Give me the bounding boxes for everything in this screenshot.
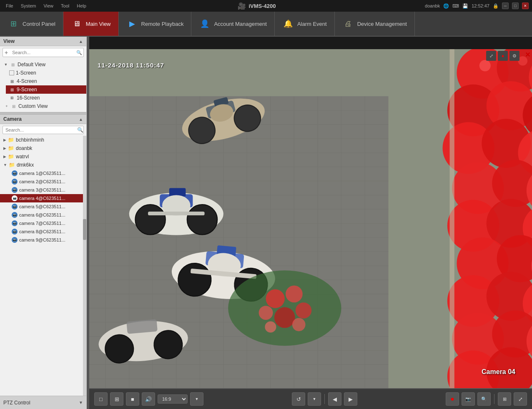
svg-point-67 <box>265 321 276 332</box>
tree-item-9screen[interactable]: ⊞ 9-Screen <box>6 85 86 94</box>
folder-doanbk-icon: 📁 <box>8 145 14 151</box>
ptz-expand-icon[interactable]: ▼ <box>79 400 83 405</box>
btn-zoom[interactable]: 🔍 <box>477 392 491 406</box>
expand-custom-view[interactable]: + <box>4 104 9 109</box>
video-area[interactable]: ✕ 11-24-2018 11:50:47 Camera 04 <box>89 49 532 388</box>
camera-search-input[interactable] <box>3 126 77 134</box>
btn-record[interactable]: ● <box>446 392 459 406</box>
btn-ratio-down[interactable]: ▼ <box>190 392 203 406</box>
tree-item-16screen[interactable]: ⊞ 16-Screen <box>6 94 86 102</box>
camera-list: ▶ 📁 bchbinhminh ▶ 📁 doanbk ▶ 📁 watr <box>0 136 83 396</box>
video-top-icons: ⤢ ● ⚙ <box>486 51 519 61</box>
view-search-button[interactable]: 🔍 <box>75 48 83 57</box>
svg-rect-104 <box>450 49 454 388</box>
cam-item-cam1[interactable]: 📷 camera 1@C623511... <box>0 169 83 177</box>
minimize-button[interactable]: ─ <box>502 2 509 9</box>
bottom-toolbar: □ ⊞ ■ 🔊 16:9 4:3 Original ▼ ↺ ▼ ◀ ▶ ● <box>89 388 532 409</box>
restore-button[interactable]: □ <box>512 2 519 9</box>
tree-label-16screen: 16-Screen <box>17 95 40 101</box>
expand-dmk6kx[interactable]: ▼ <box>3 163 7 167</box>
tree-item-custom-view[interactable]: + ⊞ Custom View <box>0 102 86 110</box>
expand-watrvl[interactable]: ▶ <box>3 155 6 159</box>
globe-icon: 🌐 <box>443 3 449 9</box>
nav-control-panel[interactable]: ⊞ Control Panel <box>0 12 63 36</box>
menu-help[interactable]: Help <box>74 2 89 9</box>
menu-view[interactable]: View <box>41 2 56 9</box>
view-search-bar[interactable]: + 🔍 <box>3 48 84 57</box>
camera-search-button[interactable]: 🔍 <box>77 127 83 133</box>
cam-group-watrvl[interactable]: ▶ 📁 watrvl <box>0 152 83 161</box>
screen9-icon: ⊞ <box>9 87 15 92</box>
video-icon-record[interactable]: ● <box>498 51 508 61</box>
btn-dropdown[interactable]: ▼ <box>308 392 321 406</box>
toolbar-right: ● 📷 🔍 ⊞ ⤢ <box>446 392 527 406</box>
cam-group-bchbinhminh[interactable]: ▶ 📁 bchbinhminh <box>0 136 83 144</box>
view-panel: View ▲ + 🔍 ▼ ⊞ Default View <box>0 37 86 112</box>
cam-item-cam2[interactable]: 📷 camera 2@C623511... <box>0 177 83 186</box>
view-expand-icon[interactable]: ▲ <box>79 39 83 44</box>
add-view-icon[interactable]: + <box>3 48 10 57</box>
camera-panel-controls[interactable]: ▲ <box>79 117 83 122</box>
menu-system[interactable]: System <box>18 2 39 9</box>
tree-item-default-view[interactable]: ▼ ⊞ Default View <box>0 60 86 69</box>
nav-device-management[interactable]: 🖨 Device Management <box>335 12 415 36</box>
svg-point-66 <box>274 307 295 328</box>
cam-group-label-bchbinhminh: bchbinhminh <box>16 137 44 143</box>
btn-audio[interactable]: 🔊 <box>142 392 155 406</box>
btn-snapshot[interactable]: 📷 <box>462 392 475 406</box>
cam-item-cam8[interactable]: 📷 camera 8@C623511... <box>0 227 83 236</box>
nav-alarm-event[interactable]: 🔔 Alarm Event <box>275 12 335 36</box>
video-close-button[interactable]: ✕ <box>525 51 530 59</box>
close-button[interactable]: ✕ <box>522 2 529 9</box>
cam-item-cam5[interactable]: 📷 camera 5@C623511... <box>0 202 83 211</box>
account-management-icon: 👤 <box>199 18 211 30</box>
cam-item-cam4[interactable]: 📷 camera 4@C623511... <box>0 194 83 202</box>
nav-remote-playback[interactable]: ▶ Remote Playback <box>119 12 192 36</box>
svg-point-65 <box>296 302 311 318</box>
menu-tool[interactable]: Tool <box>58 2 72 9</box>
video-icon-settings[interactable]: ⚙ <box>509 51 519 61</box>
tree-item-1screen[interactable]: 1-Screen <box>6 69 86 77</box>
btn-prev-camera[interactable]: ◀ <box>328 392 341 406</box>
cam-item-cam9[interactable]: 📷 camera 9@C623511... <box>0 236 83 244</box>
menu-file[interactable]: File <box>3 2 16 9</box>
btn-refresh[interactable]: ↺ <box>292 392 305 406</box>
btn-fullscreen[interactable]: ⤢ <box>514 392 527 406</box>
cam-icon-cam7: 📷 <box>12 220 18 226</box>
toolbar-center: ↺ ▼ ◀ ▶ <box>292 392 357 406</box>
btn-view-tiles[interactable]: ⊞ <box>498 392 511 406</box>
nav-control-panel-label: Control Panel <box>23 21 55 27</box>
btn-stop[interactable]: ■ <box>126 392 139 406</box>
camera-expand-icon[interactable]: ▲ <box>79 117 83 122</box>
aspect-ratio-select[interactable]: 16:9 4:3 Original <box>158 394 188 404</box>
btn-single-screen[interactable]: □ <box>94 392 108 406</box>
nav-account-management[interactable]: 👤 Account Management <box>191 12 274 36</box>
video-icon-aspect[interactable]: ⤢ <box>486 51 496 61</box>
camera-search-bar[interactable]: 🔍 <box>3 126 84 134</box>
username-label: doanbk <box>425 3 440 8</box>
scrollbar-thumb[interactable] <box>83 219 86 240</box>
screen4-icon: ⊞ <box>9 78 15 84</box>
tree-item-4screen[interactable]: ⊞ 4-Screen <box>6 77 86 85</box>
nav-main-view[interactable]: 🖥 Main View <box>63 12 119 36</box>
cam-item-cam3[interactable]: 📷 camera 3@C623511... <box>0 186 83 194</box>
cam-group-dmk6kx[interactable]: ▼ 📁 dmk6kx <box>0 161 83 169</box>
title-bar: File System View Tool Help 🎥 iVMS-4200 d… <box>0 0 532 12</box>
expand-bchbinhminh[interactable]: ▶ <box>3 138 6 142</box>
cam-item-cam7[interactable]: 📷 camera 7@C623511... <box>0 219 83 227</box>
view-panel-controls[interactable]: ▲ <box>79 39 83 44</box>
cam-group-doanbk[interactable]: ▶ 📁 doanbk <box>0 144 83 152</box>
camera-list-scrollbar[interactable] <box>83 136 86 396</box>
cam-label-cam5: camera 5@C623511... <box>19 204 65 209</box>
expand-doanbk[interactable]: ▶ <box>3 146 6 150</box>
btn-quad-screen[interactable]: ⊞ <box>110 392 123 406</box>
tree-label-9screen: 9-Screen <box>17 87 37 92</box>
cam-item-cam6[interactable]: 📷 camera 6@C623511... <box>0 211 83 219</box>
menu-bar[interactable]: File System View Tool Help <box>3 2 89 9</box>
cam-icon-cam6: 📷 <box>12 212 18 218</box>
expand-default-view[interactable]: ▼ <box>3 62 8 67</box>
btn-next-camera[interactable]: ▶ <box>344 392 357 406</box>
view-search-input[interactable] <box>10 49 75 56</box>
content-area: ✕ 11-24-2018 11:50:47 Camera 04 <box>89 37 532 409</box>
cam-label-cam3: camera 3@C623511... <box>19 187 65 192</box>
